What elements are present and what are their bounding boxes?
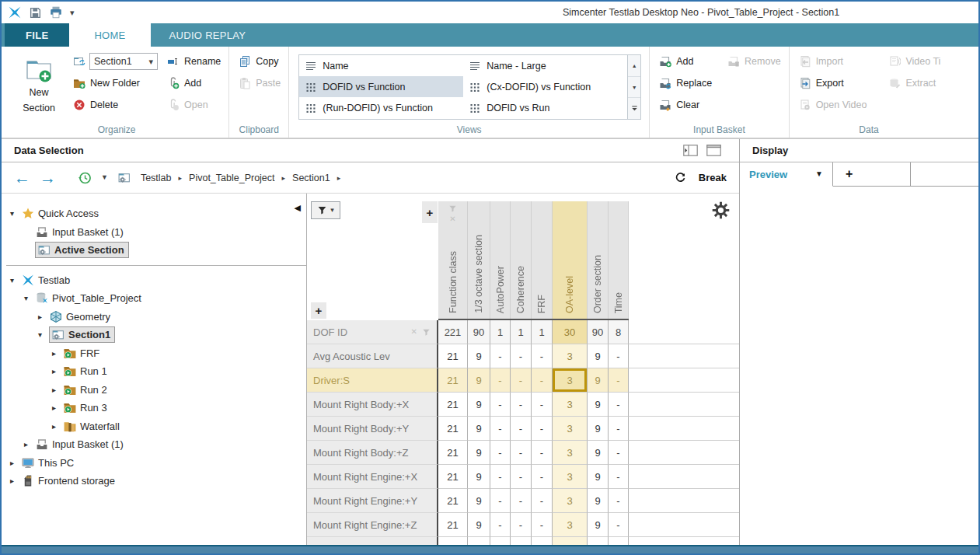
tree-item-frontend-storage[interactable]: ▸Frontend storage xyxy=(2,472,306,490)
pivot-cell[interactable]: 9 xyxy=(468,417,490,441)
pivot-cell[interactable]: - xyxy=(490,441,511,465)
remove-row-field-icon[interactable]: ✕ xyxy=(411,328,417,336)
pivot-cell[interactable]: - xyxy=(532,393,553,417)
pivot-cell[interactable]: 3 xyxy=(553,393,588,417)
pivot-cell[interactable]: 3 xyxy=(553,489,588,513)
pivot-cell[interactable]: - xyxy=(490,344,511,368)
pivot-row-label[interactable]: Mount Right Engine:+X xyxy=(307,465,438,489)
view-item-cx-dofid-vs-function[interactable]: (Cx-DOFID) vs Function xyxy=(463,76,627,97)
pivot-cell[interactable]: - xyxy=(511,537,532,545)
new-folder-button[interactable]: New Folder xyxy=(73,75,158,92)
save-icon[interactable] xyxy=(29,6,42,19)
tree-item-input-basket-1[interactable]: Input Basket (1) xyxy=(2,223,306,242)
breadcrumb-item-testlab[interactable]: Testlab xyxy=(141,173,172,183)
pivot-column-time[interactable]: Time xyxy=(609,201,629,319)
gallery-scroll-down-button[interactable]: ▼ xyxy=(628,77,640,99)
pivot-cell[interactable]: - xyxy=(490,489,511,513)
tree-item-quick-access[interactable]: ▾Quick Access xyxy=(2,204,306,223)
pivot-cell[interactable]: 90 xyxy=(588,320,609,344)
new-section-button[interactable]: New Section xyxy=(14,53,64,122)
pivot-cell[interactable]: 21 xyxy=(438,513,468,537)
pivot-row-label[interactable]: Mount Right Body:+Z xyxy=(307,441,438,465)
tree-item-section1[interactable]: ▾Section1 xyxy=(2,326,306,344)
pivot-cell[interactable]: - xyxy=(532,513,553,537)
break-button[interactable]: Break xyxy=(699,172,727,183)
dock-layout-button[interactable] xyxy=(680,144,700,158)
active-section-crumb-icon[interactable] xyxy=(117,171,131,184)
expander-right-icon[interactable]: ▸ xyxy=(6,476,18,485)
pivot-row-label[interactable]: Mount Right Engine:+Z xyxy=(307,513,438,537)
pivot-row-field-header[interactable]: DOF ID✕ xyxy=(307,320,438,344)
pivot-column-1-3-octave-section[interactable]: 1/3 octave section xyxy=(468,201,490,319)
pivot-cell[interactable]: 3 xyxy=(553,537,588,545)
pivot-cell[interactable]: 21 xyxy=(438,344,468,368)
pivot-cell[interactable]: 9 xyxy=(588,465,609,489)
pivot-cell[interactable]: 9 xyxy=(468,465,490,489)
add-button[interactable]: Add xyxy=(167,75,221,92)
pivot-cell[interactable]: 9 xyxy=(468,513,490,537)
back-button[interactable]: ← xyxy=(14,169,30,186)
pivot-column-coherence[interactable]: Coherence xyxy=(511,201,532,319)
history-icon[interactable] xyxy=(78,171,92,185)
pivot-cell[interactable]: - xyxy=(490,537,511,545)
pivot-row-label[interactable]: Mount Right Body:+X xyxy=(307,393,438,417)
tree-item-active-section[interactable]: Active Section xyxy=(2,241,306,260)
pivot-cell[interactable]: - xyxy=(532,537,553,545)
add-row-button[interactable]: + xyxy=(311,302,326,319)
pivot-cell[interactable]: - xyxy=(609,441,629,465)
pivot-row-label[interactable]: Driver:S xyxy=(307,368,438,393)
expander-right-icon[interactable]: ▸ xyxy=(20,440,32,449)
pivot-cell[interactable]: 9 xyxy=(588,513,609,537)
pivot-cell[interactable]: - xyxy=(609,344,629,368)
pivot-cell[interactable]: - xyxy=(609,489,629,513)
expander-right-icon[interactable]: ▸ xyxy=(6,459,18,467)
add-column-button[interactable]: + xyxy=(422,201,438,223)
pivot-cell[interactable]: - xyxy=(532,441,553,465)
pivot-cell[interactable]: 21 xyxy=(438,368,468,393)
expander-right-icon[interactable]: ▸ xyxy=(48,403,60,412)
pivot-cell[interactable]: 1 xyxy=(490,320,511,344)
filter-button[interactable]: ▾ xyxy=(311,201,340,219)
pivot-cell[interactable]: 3 xyxy=(553,344,588,368)
expander-down-icon[interactable]: ▾ xyxy=(6,276,18,284)
pivot-cell[interactable]: 21 xyxy=(438,441,468,465)
pivot-cell[interactable]: - xyxy=(609,537,629,545)
pivot-cell[interactable]: - xyxy=(511,417,532,441)
pivot-cell[interactable]: 21 xyxy=(438,393,468,417)
pivot-row-label[interactable]: Mount Right Body:+Y xyxy=(307,417,438,441)
expander-right-icon[interactable]: ▸ xyxy=(48,367,60,375)
view-item-dofid-vs-function[interactable]: DOFID vs Function xyxy=(299,76,463,97)
expander-right-icon[interactable]: ▸ xyxy=(48,349,60,358)
pivot-cell[interactable]: - xyxy=(609,513,629,537)
pivot-cell[interactable]: - xyxy=(511,441,532,465)
pivot-cell[interactable]: - xyxy=(490,393,511,417)
pivot-cell[interactable]: - xyxy=(532,417,553,441)
pivot-cell[interactable]: - xyxy=(609,368,629,393)
pivot-cell[interactable]: - xyxy=(532,368,553,393)
tab-audio-replay[interactable]: AUDIO REPLAY xyxy=(151,23,265,47)
pivot-cell[interactable]: 21 xyxy=(438,489,468,513)
expander-down-icon[interactable]: ▾ xyxy=(6,209,18,218)
basket-remove-button[interactable]: Remove xyxy=(727,53,781,70)
pivot-row-label[interactable]: Mount Right Engine:+Y xyxy=(307,489,438,513)
pivot-row-label[interactable]: Passenger Ear Left:S xyxy=(307,537,438,545)
pivot-cell[interactable]: 9 xyxy=(588,489,609,513)
gallery-expand-button[interactable] xyxy=(628,98,640,119)
video-time-button[interactable]: Video Ti xyxy=(888,53,940,70)
pivot-cell[interactable]: - xyxy=(490,465,511,489)
pivot-column-order-section[interactable]: Order section xyxy=(588,201,609,319)
pivot-cell[interactable]: 9 xyxy=(468,537,490,545)
pivot-cell[interactable]: - xyxy=(532,489,553,513)
pivot-cell[interactable]: - xyxy=(490,513,511,537)
add-display-tab-button[interactable]: + xyxy=(833,162,911,186)
breadcrumb-item-section1[interactable]: Section1 xyxy=(292,173,330,183)
pivot-cell[interactable]: 1 xyxy=(532,320,553,344)
open-video-button[interactable]: Open Video xyxy=(799,96,867,113)
pivot-cell[interactable]: - xyxy=(532,465,553,489)
tree-item-pivot-table-project[interactable]: ▾Pivot_Table_Project xyxy=(2,289,306,308)
pivot-cell[interactable]: 9 xyxy=(588,441,609,465)
pivot-cell[interactable]: 1 xyxy=(511,320,532,344)
expander-right-icon[interactable]: ▸ xyxy=(48,386,60,394)
pivot-cell[interactable]: 3 xyxy=(553,465,588,489)
pivot-cell[interactable]: 9 xyxy=(468,368,490,393)
